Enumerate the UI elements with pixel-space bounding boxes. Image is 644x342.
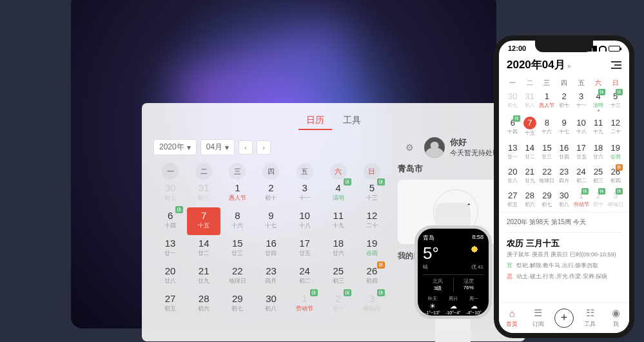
next-month-button[interactable]: › [257, 140, 271, 155]
tab-bar: ⌂首页 ☰订阅 + ☷工具 ◉我 [499, 302, 629, 333]
day-cell[interactable]: 10十八 [572, 117, 590, 137]
day-cell[interactable]: 5十三休 [607, 90, 624, 111]
day-cell[interactable]: 24初二 [288, 263, 322, 290]
day-cell[interactable]: 2初十休 [590, 189, 607, 208]
day-cell[interactable]: 16廿四 [254, 235, 288, 263]
day-cell[interactable]: 31初八 [187, 180, 220, 207]
day-cell[interactable]: 11十九 [590, 117, 607, 137]
day-cell[interactable]: 22地球日 [538, 166, 556, 184]
day-cell[interactable]: 29初七 [220, 290, 254, 318]
day-cell[interactable]: 3哮喘日休 [607, 189, 624, 208]
day-cell[interactable]: 14廿二 [187, 235, 220, 263]
dow-header: 四 [556, 76, 573, 90]
day-cell[interactable]: 15廿三 [220, 235, 254, 263]
day-cell[interactable]: 9十七 [556, 117, 573, 137]
day-cell[interactable]: 4清明休 [322, 180, 355, 207]
day-cell[interactable]: 20廿八 [504, 166, 522, 184]
day-cell[interactable]: 11十九 [322, 207, 355, 235]
tab-home[interactable]: ⌂首页 [499, 303, 525, 333]
day-cell[interactable]: 4清明休 [590, 90, 607, 111]
day-cell[interactable]: 6十四休 [153, 207, 187, 235]
calendar-header: 2020年 ▾ 04月 ▾ ‹ › ⚙ 你好 今天暂无待处理日程 [153, 137, 514, 158]
day-cell[interactable]: 20廿八 [153, 263, 187, 290]
tab-tools[interactable]: 工具 [335, 112, 369, 129]
day-cell[interactable]: 25初三 [322, 263, 355, 290]
day-cell[interactable]: 15廿三 [538, 142, 556, 160]
watch-time: 8:58 [472, 234, 483, 242]
day-cell[interactable]: 21廿九 [187, 263, 220, 290]
day-cell[interactable]: 19谷雨 [607, 142, 624, 160]
day-cell[interactable]: 27初五 [504, 189, 522, 208]
day-cell[interactable]: 1愚人节 [538, 90, 556, 111]
dow-header: 一 [504, 76, 522, 90]
day-cell[interactable]: 25初三 [590, 166, 607, 184]
day-cell[interactable]: 30初八 [254, 290, 288, 318]
day-cell[interactable]: 30初七 [153, 180, 187, 207]
filter-icon[interactable]: ⚙ [405, 142, 414, 153]
day-cell[interactable]: 9十七 [254, 207, 288, 235]
menu-icon[interactable] [611, 61, 621, 69]
day-cell[interactable]: 8十六 [220, 207, 254, 235]
tab-me[interactable]: ◉我 [603, 303, 629, 333]
day-cell[interactable]: 13廿一 [153, 235, 187, 263]
day-cell[interactable]: 28初六 [187, 290, 220, 318]
day-cell[interactable]: 7十五 [522, 117, 539, 137]
day-cell[interactable]: 24初二 [572, 166, 590, 184]
day-cell[interactable]: 5十三休 [355, 180, 389, 207]
day-cell[interactable]: 17廿五 [288, 235, 322, 263]
day-cell[interactable]: 7十五 [187, 207, 220, 235]
avatar [424, 137, 445, 158]
day-cell[interactable]: 3十一 [572, 90, 590, 111]
day-cell[interactable]: 29初七 [538, 189, 556, 208]
day-cell[interactable]: 27初五 [153, 290, 187, 318]
dow-header: 二 [195, 163, 212, 180]
phone-title[interactable]: 2020年04月 ▸ [507, 57, 572, 72]
day-cell[interactable]: 16廿四 [556, 142, 573, 160]
day-cell[interactable]: 30初八 [556, 189, 573, 208]
dow-header: 四 [262, 163, 279, 180]
day-cell[interactable]: 18廿六 [590, 142, 607, 160]
day-cell[interactable]: 23四月 [556, 166, 573, 184]
forecast-item: 昨天☀-1°~13° [423, 296, 442, 315]
day-cell[interactable]: 26初四班 [355, 263, 389, 290]
day-cell[interactable]: 1劳动节休 [288, 290, 322, 318]
day-cell[interactable]: 21廿九 [522, 166, 539, 184]
day-cell[interactable]: 2初十休 [322, 290, 355, 318]
day-cell[interactable]: 6十四休 [504, 117, 522, 137]
day-cell[interactable]: 1劳动节休 [572, 189, 590, 208]
day-cell[interactable]: 12二十 [355, 207, 389, 235]
day-cell[interactable]: 18廿六 [322, 235, 355, 263]
briefcase-icon: ☷ [584, 307, 596, 319]
prev-month-button[interactable]: ‹ [239, 140, 253, 155]
day-cell[interactable]: 10十八 [288, 207, 322, 235]
day-cell[interactable]: 19谷雨 [355, 235, 389, 263]
day-cell[interactable]: 26初四班 [607, 166, 624, 184]
bookmark-icon: ☰ [532, 307, 544, 319]
day-cell[interactable]: 17廿五 [572, 142, 590, 160]
watch-screen: 青岛8:58 5° 晴优 41 北风3级 湿度76% 昨天☀-1°~13°周日☁… [418, 229, 489, 316]
day-cell[interactable]: 23四月 [254, 263, 288, 290]
day-cell[interactable]: 22地球日 [220, 263, 254, 290]
month-picker[interactable]: 04月 ▾ [200, 139, 235, 155]
day-cell[interactable]: 12二十 [607, 117, 624, 137]
status-time: 12:00 [508, 44, 526, 52]
wifi-icon [599, 46, 607, 52]
day-cell[interactable]: 30初七 [504, 90, 522, 111]
day-cell[interactable]: 1愚人节 [220, 180, 254, 207]
tab-add[interactable]: + [551, 303, 577, 333]
day-cell[interactable]: 28初六 [522, 189, 539, 208]
tab-tools[interactable]: ☷工具 [577, 303, 603, 333]
dow-header: 日 [607, 76, 624, 90]
day-cell[interactable]: 13廿一 [504, 142, 522, 160]
battery-icon [609, 46, 620, 52]
year-picker[interactable]: 2020年 ▾ [153, 139, 197, 155]
day-cell[interactable]: 2初十 [254, 180, 288, 207]
day-cell[interactable]: 2初十 [556, 90, 573, 111]
tab-subscribe[interactable]: ☰订阅 [525, 303, 551, 333]
day-cell[interactable]: 3哮喘日休 [355, 290, 389, 318]
day-cell[interactable]: 3十一 [288, 180, 322, 207]
tab-calendar[interactable]: 日历 [298, 112, 332, 130]
day-cell[interactable]: 8十六 [538, 117, 556, 137]
day-cell[interactable]: 31初八 [522, 90, 539, 111]
day-cell[interactable]: 14廿二 [522, 142, 539, 160]
